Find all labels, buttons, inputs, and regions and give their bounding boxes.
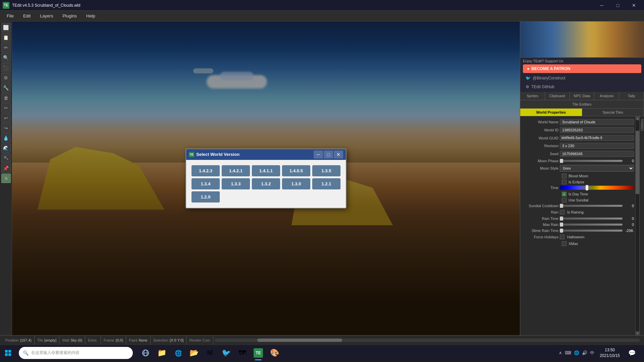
tool-copy[interactable]: 📋 bbox=[1, 33, 11, 42]
h-scroll-thumb[interactable] bbox=[257, 339, 342, 342]
revision-value[interactable]: 3 v 230 bbox=[560, 143, 634, 149]
moon-style-row: Moon Style Grev bbox=[522, 165, 634, 172]
version-135[interactable]: 1.3.5 bbox=[312, 165, 340, 176]
version-121[interactable]: 1.2.1 bbox=[312, 178, 340, 189]
sundial-cooldown-slider[interactable] bbox=[560, 205, 623, 207]
version-1405[interactable]: 1.4.0.5 bbox=[282, 165, 310, 176]
eclipse-checkbox[interactable] bbox=[562, 180, 567, 184]
start-button[interactable] bbox=[0, 345, 16, 361]
tab-analysis[interactable]: Analysis bbox=[594, 92, 619, 100]
tool-undo[interactable]: ↩ bbox=[1, 113, 11, 123]
position-seg: Position (167,4) bbox=[3, 336, 35, 345]
menu-edit[interactable]: Edit bbox=[19, 12, 35, 20]
tool-pen[interactable]: ✏ bbox=[1, 43, 11, 52]
tab-tile-entities[interactable]: Tile Entities bbox=[520, 100, 644, 108]
dialog-title-text: Select World Version bbox=[196, 152, 239, 157]
map-overlay bbox=[520, 21, 644, 57]
vscroll-thumb[interactable] bbox=[636, 131, 639, 194]
patron-button[interactable]: ● BECOME A PATRON bbox=[523, 64, 641, 73]
tool-search[interactable]: 🔍 bbox=[1, 53, 11, 62]
is-raining-checkbox[interactable] bbox=[560, 210, 565, 215]
xmas-checkbox[interactable] bbox=[562, 241, 567, 246]
moon-phase-row: Moon Phase 0 bbox=[522, 159, 634, 163]
notification-button[interactable]: 💬 bbox=[625, 345, 639, 361]
menu-layers[interactable]: Layers bbox=[36, 12, 57, 20]
minimize-button[interactable]: ─ bbox=[594, 0, 609, 11]
version-132[interactable]: 1.3.2 bbox=[252, 178, 280, 189]
tool-wave[interactable]: 🌊 bbox=[1, 143, 11, 153]
slime-rain-slider[interactable] bbox=[560, 230, 623, 232]
max-rain-slider[interactable] bbox=[560, 224, 623, 226]
taskbar-twitter[interactable]: 🐦 bbox=[219, 345, 233, 361]
taskbar-clock[interactable]: 13:50 2021/10/15 bbox=[597, 347, 623, 359]
tool-select[interactable]: ⬜ bbox=[1, 23, 11, 32]
taskbar-maps[interactable]: 🗺 bbox=[235, 345, 250, 361]
maximize-button[interactable]: □ bbox=[610, 0, 625, 11]
close-button[interactable]: ✕ bbox=[627, 0, 641, 11]
version-130[interactable]: 1.3.0 bbox=[282, 178, 310, 189]
world-name-value[interactable]: Scrubland of Clouds bbox=[560, 119, 634, 125]
taskbar-edge[interactable]: 🌐 bbox=[170, 345, 185, 361]
taskbar-tedit[interactable]: TE bbox=[251, 345, 266, 361]
horizontal-scrollbar[interactable] bbox=[213, 336, 641, 345]
taskbar-files[interactable]: 📂 bbox=[186, 345, 201, 361]
version-134[interactable]: 1.3.4 bbox=[192, 178, 220, 189]
tab-sprites[interactable]: Sprites bbox=[520, 92, 545, 100]
tool-redo[interactable]: ↪ bbox=[1, 123, 11, 133]
world-id-value[interactable]: 1385535263 bbox=[560, 127, 634, 133]
dialog-close[interactable]: ✕ bbox=[334, 150, 343, 159]
version-1411[interactable]: 1.4.1.1 bbox=[252, 165, 280, 176]
menu-file[interactable]: File bbox=[3, 12, 18, 20]
sys-volume[interactable]: 🔊 bbox=[582, 350, 587, 355]
version-1421[interactable]: 1.4.2.1 bbox=[222, 165, 250, 176]
version-120[interactable]: 1.2.0 bbox=[192, 191, 220, 202]
tool-settings[interactable]: ⚙ bbox=[1, 73, 11, 82]
moon-style-select[interactable]: Grev bbox=[560, 165, 634, 172]
twitter-button[interactable]: 🐦 @BinaryConstruct bbox=[523, 74, 641, 82]
taskbar-paint[interactable]: 🎨 bbox=[267, 345, 282, 361]
sys-network[interactable]: 🌐 bbox=[574, 350, 579, 355]
halloween-label: Halloween bbox=[567, 235, 584, 239]
tab-tally[interactable]: Tally bbox=[619, 92, 644, 100]
tool-water[interactable]: 💧 bbox=[1, 133, 11, 143]
blood-moon-checkbox[interactable] bbox=[562, 174, 567, 178]
sys-ime[interactable]: 中 bbox=[590, 350, 594, 356]
patron-label: BECOME A PATRON bbox=[531, 66, 570, 71]
seed-value[interactable]: 1675998345 bbox=[560, 151, 634, 157]
menu-plugins[interactable]: Plugins bbox=[58, 12, 81, 20]
tab-clipboard[interactable]: Clipboard bbox=[545, 92, 570, 100]
taskbar-task-view[interactable] bbox=[138, 345, 153, 361]
daytime-checkbox[interactable] bbox=[562, 192, 567, 196]
tool-pin[interactable]: 📌 bbox=[1, 164, 11, 173]
github-button[interactable]: ⚙ TEdit GitHub bbox=[523, 83, 641, 90]
world-guid-value[interactable]: bfdf9e66-5ac9-4b78-bdfe-9 bbox=[560, 135, 634, 141]
time-slider[interactable] bbox=[560, 186, 634, 190]
tool-wrench[interactable]: 🔧 bbox=[1, 83, 11, 93]
tab-npc-data[interactable]: NPC Data bbox=[570, 92, 595, 100]
sundial-checkbox[interactable] bbox=[562, 198, 567, 202]
version-133[interactable]: 1.3.3 bbox=[222, 178, 250, 189]
sundial-row: Use Sundial bbox=[522, 198, 634, 202]
version-1423[interactable]: 1.4.2.3 bbox=[192, 165, 220, 176]
dialog-minimize[interactable]: ─ bbox=[314, 150, 323, 159]
tool-delete[interactable]: 🗑 bbox=[1, 93, 11, 103]
tool-cut[interactable]: ✂ bbox=[1, 103, 11, 113]
rain-time-slider[interactable] bbox=[560, 218, 623, 220]
moon-phase-slider[interactable] bbox=[560, 160, 623, 162]
menu-help[interactable]: Help bbox=[82, 12, 99, 20]
tool-fill[interactable]: ⬛ bbox=[1, 63, 11, 72]
canvas-area[interactable]: TE Select World Version ─ □ ✕ 1.4.2.3 1.… bbox=[12, 21, 520, 335]
halloween-checkbox[interactable] bbox=[560, 235, 565, 239]
sys-keyboard[interactable]: ⌨ bbox=[565, 350, 571, 355]
utilities-tab[interactable]: Utilities bbox=[639, 116, 644, 335]
tab-world-properties[interactable]: World Properties bbox=[520, 109, 582, 116]
taskbar-search[interactable]: 🔍 在这里输入你要搜索的内容 bbox=[19, 347, 133, 359]
vpanel-scrollbar[interactable]: ▲ ▼ bbox=[635, 116, 639, 335]
sys-chevron[interactable]: ∧ bbox=[559, 350, 562, 355]
dialog-maximize[interactable]: □ bbox=[324, 150, 333, 159]
tool-pick[interactable]: ⛏ bbox=[1, 154, 11, 163]
tool-cursor[interactable]: 🖱 bbox=[1, 174, 11, 183]
tab-special-tiles[interactable]: Special Tiles bbox=[582, 109, 644, 116]
taskbar-explorer[interactable]: 📁 bbox=[154, 345, 169, 361]
taskbar-mail[interactable]: ✉ bbox=[203, 345, 217, 361]
